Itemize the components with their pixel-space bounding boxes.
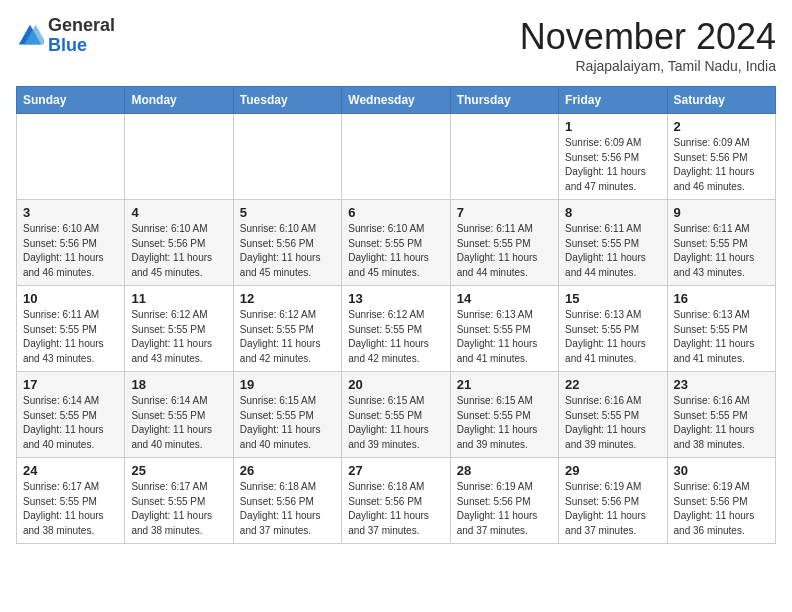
calendar-cell: 2Sunrise: 6:09 AM Sunset: 5:56 PM Daylig… <box>667 114 775 200</box>
calendar-cell <box>233 114 341 200</box>
day-number: 10 <box>23 291 118 306</box>
calendar-cell: 26Sunrise: 6:18 AM Sunset: 5:56 PM Dayli… <box>233 458 341 544</box>
calendar-cell <box>342 114 450 200</box>
calendar-cell: 25Sunrise: 6:17 AM Sunset: 5:55 PM Dayli… <box>125 458 233 544</box>
day-number: 22 <box>565 377 660 392</box>
calendar-cell: 16Sunrise: 6:13 AM Sunset: 5:55 PM Dayli… <box>667 286 775 372</box>
weekday-header-thursday: Thursday <box>450 87 558 114</box>
calendar-table: SundayMondayTuesdayWednesdayThursdayFrid… <box>16 86 776 544</box>
day-number: 17 <box>23 377 118 392</box>
day-info: Sunrise: 6:13 AM Sunset: 5:55 PM Dayligh… <box>565 308 660 366</box>
calendar-cell: 8Sunrise: 6:11 AM Sunset: 5:55 PM Daylig… <box>559 200 667 286</box>
day-info: Sunrise: 6:10 AM Sunset: 5:56 PM Dayligh… <box>131 222 226 280</box>
calendar-cell: 3Sunrise: 6:10 AM Sunset: 5:56 PM Daylig… <box>17 200 125 286</box>
calendar-week-5: 24Sunrise: 6:17 AM Sunset: 5:55 PM Dayli… <box>17 458 776 544</box>
day-info: Sunrise: 6:11 AM Sunset: 5:55 PM Dayligh… <box>457 222 552 280</box>
day-info: Sunrise: 6:13 AM Sunset: 5:55 PM Dayligh… <box>457 308 552 366</box>
day-number: 9 <box>674 205 769 220</box>
calendar-cell: 28Sunrise: 6:19 AM Sunset: 5:56 PM Dayli… <box>450 458 558 544</box>
calendar-cell: 24Sunrise: 6:17 AM Sunset: 5:55 PM Dayli… <box>17 458 125 544</box>
weekday-header-friday: Friday <box>559 87 667 114</box>
day-info: Sunrise: 6:16 AM Sunset: 5:55 PM Dayligh… <box>674 394 769 452</box>
day-info: Sunrise: 6:11 AM Sunset: 5:55 PM Dayligh… <box>674 222 769 280</box>
day-number: 3 <box>23 205 118 220</box>
day-number: 19 <box>240 377 335 392</box>
day-number: 16 <box>674 291 769 306</box>
day-number: 29 <box>565 463 660 478</box>
day-info: Sunrise: 6:17 AM Sunset: 5:55 PM Dayligh… <box>131 480 226 538</box>
day-info: Sunrise: 6:16 AM Sunset: 5:55 PM Dayligh… <box>565 394 660 452</box>
month-title: November 2024 <box>520 16 776 58</box>
day-number: 6 <box>348 205 443 220</box>
weekday-header-tuesday: Tuesday <box>233 87 341 114</box>
day-number: 20 <box>348 377 443 392</box>
logo-general: General <box>48 15 115 35</box>
calendar-cell: 13Sunrise: 6:12 AM Sunset: 5:55 PM Dayli… <box>342 286 450 372</box>
day-info: Sunrise: 6:11 AM Sunset: 5:55 PM Dayligh… <box>565 222 660 280</box>
page-header: General Blue November 2024 Rajapalaiyam,… <box>16 16 776 74</box>
calendar-week-4: 17Sunrise: 6:14 AM Sunset: 5:55 PM Dayli… <box>17 372 776 458</box>
day-number: 25 <box>131 463 226 478</box>
weekday-header-wednesday: Wednesday <box>342 87 450 114</box>
calendar-week-2: 3Sunrise: 6:10 AM Sunset: 5:56 PM Daylig… <box>17 200 776 286</box>
day-info: Sunrise: 6:15 AM Sunset: 5:55 PM Dayligh… <box>457 394 552 452</box>
calendar-cell: 27Sunrise: 6:18 AM Sunset: 5:56 PM Dayli… <box>342 458 450 544</box>
day-info: Sunrise: 6:09 AM Sunset: 5:56 PM Dayligh… <box>674 136 769 194</box>
day-info: Sunrise: 6:14 AM Sunset: 5:55 PM Dayligh… <box>23 394 118 452</box>
day-number: 23 <box>674 377 769 392</box>
day-number: 8 <box>565 205 660 220</box>
day-number: 27 <box>348 463 443 478</box>
calendar-cell: 6Sunrise: 6:10 AM Sunset: 5:55 PM Daylig… <box>342 200 450 286</box>
day-info: Sunrise: 6:17 AM Sunset: 5:55 PM Dayligh… <box>23 480 118 538</box>
day-info: Sunrise: 6:10 AM Sunset: 5:55 PM Dayligh… <box>348 222 443 280</box>
calendar-cell: 22Sunrise: 6:16 AM Sunset: 5:55 PM Dayli… <box>559 372 667 458</box>
day-info: Sunrise: 6:18 AM Sunset: 5:56 PM Dayligh… <box>348 480 443 538</box>
day-number: 28 <box>457 463 552 478</box>
weekday-header-monday: Monday <box>125 87 233 114</box>
day-number: 4 <box>131 205 226 220</box>
calendar-cell <box>125 114 233 200</box>
logo-icon <box>16 22 44 50</box>
day-info: Sunrise: 6:14 AM Sunset: 5:55 PM Dayligh… <box>131 394 226 452</box>
logo-blue: Blue <box>48 35 87 55</box>
day-info: Sunrise: 6:11 AM Sunset: 5:55 PM Dayligh… <box>23 308 118 366</box>
calendar-cell: 21Sunrise: 6:15 AM Sunset: 5:55 PM Dayli… <box>450 372 558 458</box>
day-number: 12 <box>240 291 335 306</box>
calendar-cell: 19Sunrise: 6:15 AM Sunset: 5:55 PM Dayli… <box>233 372 341 458</box>
day-info: Sunrise: 6:19 AM Sunset: 5:56 PM Dayligh… <box>674 480 769 538</box>
day-info: Sunrise: 6:15 AM Sunset: 5:55 PM Dayligh… <box>348 394 443 452</box>
day-info: Sunrise: 6:12 AM Sunset: 5:55 PM Dayligh… <box>240 308 335 366</box>
day-info: Sunrise: 6:09 AM Sunset: 5:56 PM Dayligh… <box>565 136 660 194</box>
calendar-cell: 12Sunrise: 6:12 AM Sunset: 5:55 PM Dayli… <box>233 286 341 372</box>
calendar-cell: 18Sunrise: 6:14 AM Sunset: 5:55 PM Dayli… <box>125 372 233 458</box>
calendar-cell: 29Sunrise: 6:19 AM Sunset: 5:56 PM Dayli… <box>559 458 667 544</box>
calendar-cell <box>450 114 558 200</box>
calendar-cell: 14Sunrise: 6:13 AM Sunset: 5:55 PM Dayli… <box>450 286 558 372</box>
calendar-cell: 23Sunrise: 6:16 AM Sunset: 5:55 PM Dayli… <box>667 372 775 458</box>
day-number: 15 <box>565 291 660 306</box>
weekday-header-sunday: Sunday <box>17 87 125 114</box>
calendar-cell: 11Sunrise: 6:12 AM Sunset: 5:55 PM Dayli… <box>125 286 233 372</box>
day-number: 26 <box>240 463 335 478</box>
calendar-cell: 10Sunrise: 6:11 AM Sunset: 5:55 PM Dayli… <box>17 286 125 372</box>
day-info: Sunrise: 6:13 AM Sunset: 5:55 PM Dayligh… <box>674 308 769 366</box>
day-number: 11 <box>131 291 226 306</box>
day-info: Sunrise: 6:10 AM Sunset: 5:56 PM Dayligh… <box>240 222 335 280</box>
calendar-cell: 17Sunrise: 6:14 AM Sunset: 5:55 PM Dayli… <box>17 372 125 458</box>
calendar-cell: 5Sunrise: 6:10 AM Sunset: 5:56 PM Daylig… <box>233 200 341 286</box>
location: Rajapalaiyam, Tamil Nadu, India <box>520 58 776 74</box>
day-number: 30 <box>674 463 769 478</box>
day-info: Sunrise: 6:12 AM Sunset: 5:55 PM Dayligh… <box>131 308 226 366</box>
day-number: 5 <box>240 205 335 220</box>
calendar-week-1: 1Sunrise: 6:09 AM Sunset: 5:56 PM Daylig… <box>17 114 776 200</box>
weekday-header-row: SundayMondayTuesdayWednesdayThursdayFrid… <box>17 87 776 114</box>
day-info: Sunrise: 6:10 AM Sunset: 5:56 PM Dayligh… <box>23 222 118 280</box>
day-info: Sunrise: 6:19 AM Sunset: 5:56 PM Dayligh… <box>457 480 552 538</box>
day-number: 1 <box>565 119 660 134</box>
calendar-week-3: 10Sunrise: 6:11 AM Sunset: 5:55 PM Dayli… <box>17 286 776 372</box>
day-number: 24 <box>23 463 118 478</box>
day-number: 18 <box>131 377 226 392</box>
day-number: 21 <box>457 377 552 392</box>
title-block: November 2024 Rajapalaiyam, Tamil Nadu, … <box>520 16 776 74</box>
calendar-cell: 20Sunrise: 6:15 AM Sunset: 5:55 PM Dayli… <box>342 372 450 458</box>
